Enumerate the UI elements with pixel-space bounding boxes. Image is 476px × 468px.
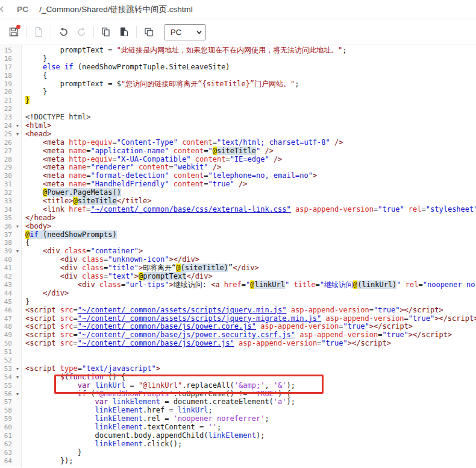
duplicate-button[interactable] (141, 24, 157, 40)
code-line[interactable]: 43 <div class="url-tips">继续访问: <a href="… (0, 281, 476, 289)
code-line[interactable]: 16 } (0, 55, 476, 63)
fold-gutter-empty (13, 264, 22, 273)
fold-gutter-empty (13, 239, 22, 247)
code-line[interactable]: 63 } (0, 449, 476, 457)
device-select[interactable]: PC (164, 24, 206, 40)
code-content: linkElement.href = linkUrl; (22, 406, 213, 415)
code-line[interactable]: 18 { (0, 72, 476, 80)
code-line[interactable]: 48<script src="~/content/_common/base/js… (0, 323, 476, 331)
code-line[interactable]: 50<script src="~/content/_common/base/js… (0, 340, 476, 348)
code-line[interactable]: 31 <meta name="HandheldFriendly" content… (0, 180, 476, 189)
fold-arrow-icon[interactable]: ▾ (13, 223, 22, 231)
code-line[interactable]: 40 <div class="unknown-icon"></div> (0, 256, 476, 264)
code-line[interactable]: 19 promptText = $"您访问的链接即将离开“{siteTitle}… (0, 80, 476, 89)
code-content: <script src="~/content/_common/base/js/p… (22, 340, 391, 348)
code-content: <script type="text/javascript"> (22, 365, 160, 373)
code-line[interactable]: 62 linkElement.click(); (0, 440, 476, 449)
fold-arrow-icon[interactable]: ▾ (13, 365, 22, 373)
code-line[interactable]: 59 linkElement.rel = 'noopener noreferre… (0, 415, 476, 423)
code-line[interactable]: 22 (0, 105, 476, 113)
code-line[interactable]: 42 <div class="text">@promptText</div> (0, 273, 476, 281)
code-line[interactable]: 64 }); (0, 457, 476, 466)
code-line[interactable]: 34 <link href="~/content/_common/base/cs… (0, 206, 476, 214)
new-file-button[interactable] (31, 24, 46, 40)
line-number: 59 (0, 415, 13, 423)
code-line[interactable]: 28 <meta http-equiv="X-UA-Compatible" co… (0, 156, 476, 164)
copy-button[interactable] (98, 24, 114, 40)
fold-arrow-icon[interactable]: ▾ (13, 390, 22, 399)
redo-button[interactable] (74, 24, 89, 40)
save-button[interactable] (6, 24, 22, 40)
redo-icon (76, 27, 87, 38)
code-line[interactable]: 37@if (needShowPrompts) (0, 231, 476, 239)
code-line[interactable]: 52 (0, 356, 476, 365)
code-line[interactable]: 35</head> (0, 214, 476, 223)
code-content: <meta name="application-name" content="@… (22, 147, 274, 156)
code-line[interactable]: 57 var linkElement = document.createElem… (0, 398, 476, 406)
code-content: } (22, 55, 47, 63)
code-content: promptText = "此链接是内网地址，如果您现在不在内网使用，将无法访问… (22, 46, 346, 55)
line-number: 52 (0, 356, 13, 365)
code-line[interactable]: 15 promptText = "此链接是内网地址，如果您现在不在内网使用，将无… (0, 46, 476, 55)
code-line[interactable]: 30 <meta name="format-detection" content… (0, 172, 476, 180)
fold-arrow-icon[interactable]: ▾ (13, 122, 22, 130)
fold-gutter-empty (13, 163, 22, 172)
line-number: 16 (0, 55, 13, 63)
line-number: 17 (0, 63, 13, 72)
code-line[interactable]: 41 <div class="title">即将离开“@(siteTitle)”… (0, 264, 476, 273)
code-line[interactable]: 53▾<script type="text/javascript"> (0, 365, 476, 373)
code-line[interactable]: 56▾ if ('@needShowPrompts'.toUpperCase()… (0, 390, 476, 399)
code-line[interactable]: 29 <meta name="renderer" content="webkit… (0, 163, 476, 172)
line-number: 24 (0, 122, 13, 130)
code-line[interactable]: 55 var linkUrl = "@linkUrl".replaceAll('… (0, 382, 476, 390)
line-number: 41 (0, 264, 13, 273)
undo-button[interactable] (55, 24, 71, 40)
code-line[interactable]: 21} (0, 96, 476, 105)
fold-arrow-icon[interactable]: ▾ (13, 130, 22, 139)
code-line[interactable]: 32 @Power.PageMetas() (0, 189, 476, 197)
fold-gutter-empty (13, 315, 22, 323)
code-line[interactable]: 25▾<head> (0, 130, 476, 139)
fold-gutter-empty (13, 172, 22, 180)
fold-gutter-empty (13, 432, 22, 440)
code-line[interactable]: 49<script src="~/content/_common/base/js… (0, 331, 476, 340)
line-number: 20 (0, 88, 13, 96)
code-line[interactable]: 27 <meta name="application-name" content… (0, 147, 476, 156)
code-line[interactable]: 36▾<body> (0, 223, 476, 231)
fold-gutter-empty (13, 331, 22, 340)
line-number: 25 (0, 130, 13, 139)
code-line[interactable]: 45} (0, 298, 476, 306)
code-line[interactable]: 23<!DOCTYPE html> (0, 113, 476, 122)
line-number: 45 (0, 298, 13, 306)
code-line[interactable]: 58 linkElement.href = linkUrl; (0, 406, 476, 415)
code-editor[interactable]: 15 promptText = "此链接是内网地址，如果您现在不在内网使用，将无… (0, 45, 476, 467)
code-lines: 15 promptText = "此链接是内网地址，如果您现在不在内网使用，将无… (0, 45, 476, 466)
code-line[interactable]: 39▾ <div class="container"> (0, 247, 476, 256)
breadcrumb: /_Common/Shared/链接跳转中间页.cshtml (39, 4, 192, 15)
code-line[interactable]: 20 } (0, 88, 476, 96)
code-content: }); (22, 457, 73, 466)
code-line[interactable]: 54▾ $(function () { (0, 373, 476, 382)
fold-arrow-icon[interactable]: ▾ (13, 373, 22, 382)
code-line[interactable]: 38{ (0, 239, 476, 247)
collapse-panel-icon[interactable] (0, 5, 5, 13)
line-number: 60 (0, 423, 13, 432)
code-line[interactable]: 61 document.body.appendChild(linkElement… (0, 432, 476, 440)
code-line[interactable]: 46<script src="~/content/_common/assets/… (0, 306, 476, 315)
code-line[interactable]: 17 else if (needShowPromptTuple.SiteLeav… (0, 63, 476, 72)
code-line[interactable]: 51 (0, 348, 476, 356)
fold-arrow-icon[interactable]: ▾ (13, 247, 22, 256)
code-content: <body> (22, 223, 51, 231)
line-number: 49 (0, 331, 13, 340)
code-line[interactable]: 33 <title>@siteTitle</title> (0, 197, 476, 206)
code-line[interactable]: 60 linkElement.textContent = ''; (0, 423, 476, 432)
fold-gutter-empty (13, 382, 22, 390)
copy-icon (101, 27, 111, 37)
paste-button[interactable] (116, 24, 132, 40)
code-line[interactable]: 26 <meta http-equiv="Content-Type" conte… (0, 139, 476, 147)
code-line[interactable]: 24▾<html> (0, 122, 476, 130)
code-line[interactable]: 44 </div> (0, 289, 476, 298)
code-line[interactable]: 47<script src="~/content/_common/assets/… (0, 315, 476, 323)
fold-gutter-empty (13, 113, 22, 122)
fold-gutter-empty (13, 139, 22, 147)
